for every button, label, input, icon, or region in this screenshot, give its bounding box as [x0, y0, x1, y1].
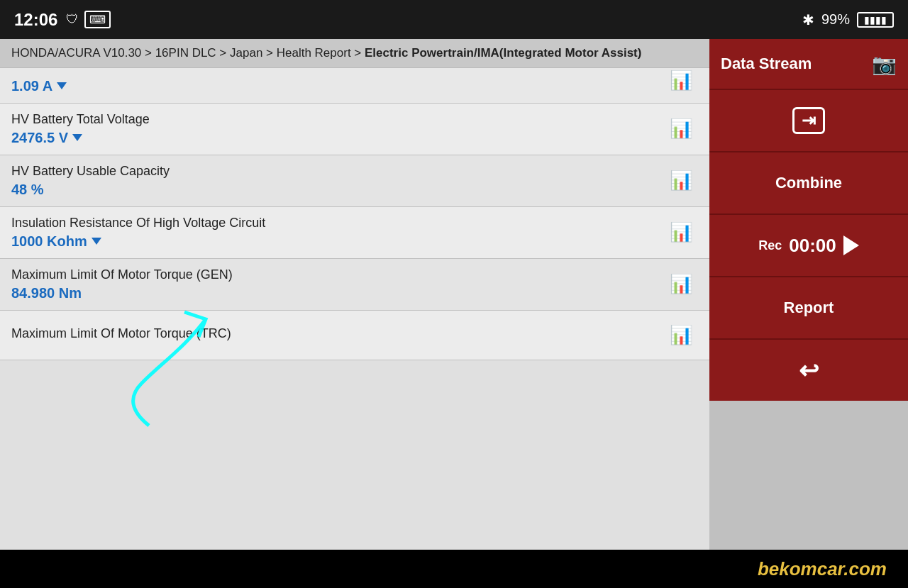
- item-value-partial: 1.09 A: [11, 78, 664, 94]
- item-name: Insulation Resistance Of High Voltage Ci…: [11, 216, 664, 231]
- export-icon: ⇥: [792, 107, 825, 134]
- back-button[interactable]: ↩: [709, 338, 908, 401]
- chart-icon[interactable]: 📊: [664, 115, 698, 143]
- export-button[interactable]: ⇥: [709, 89, 908, 151]
- back-icon: ↩: [799, 356, 819, 384]
- dropdown-arrow-icon[interactable]: [72, 134, 82, 141]
- status-time: 12:06: [14, 10, 57, 30]
- chart-icon[interactable]: 📊: [664, 68, 698, 94]
- sidebar-title: Data Stream: [721, 55, 812, 73]
- item-value: 2476.5 V: [11, 130, 664, 146]
- play-icon: [843, 235, 859, 255]
- chart-icon[interactable]: 📊: [664, 321, 698, 349]
- record-button[interactable]: Rec 00:00: [709, 213, 908, 276]
- breadcrumb: HONDA/ACURA V10.30 > 16PIN DLC > Japan >…: [0, 39, 709, 68]
- item-name: HV Battery Total Voltage: [11, 112, 664, 127]
- list-item: Maximum Limit Of Motor Torque (GEN) 84.9…: [0, 259, 709, 311]
- chart-icon[interactable]: 📊: [664, 218, 698, 246]
- record-label: Rec: [758, 238, 782, 253]
- status-icons: 🛡 ⌨: [66, 11, 111, 28]
- watermark-suffix: car.com: [817, 558, 887, 579]
- item-value: 48 %: [11, 182, 664, 198]
- chart-icon[interactable]: 📊: [664, 167, 698, 194]
- item-value: 1000 Kohm: [11, 233, 664, 250]
- main-content: HONDA/ACURA V10.30 > 16PIN DLC > Japan >…: [0, 39, 709, 550]
- bluetooth-icon: ✱: [802, 11, 814, 28]
- battery-icon: ▮▮▮▮: [857, 12, 894, 28]
- list-item: Insulation Resistance Of High Voltage Ci…: [0, 207, 709, 259]
- dropdown-arrow-icon[interactable]: [57, 82, 67, 89]
- record-time: 00:00: [789, 235, 836, 257]
- item-value: 84.980 Nm: [11, 285, 664, 301]
- report-label: Report: [784, 299, 834, 317]
- dropdown-arrow-icon[interactable]: [92, 238, 101, 245]
- item-name: Maximum Limit Of Motor Torque (TRC): [11, 326, 664, 341]
- list-item: HV Battery Total Voltage 2476.5 V 📊: [0, 104, 709, 155]
- chart-icon[interactable]: 📊: [664, 270, 698, 298]
- combine-label: Combine: [775, 174, 842, 192]
- list-item: Maximum Limit Of Motor Torque (TRC) 📊: [0, 311, 709, 360]
- sidebar-header: Data Stream 📷: [709, 39, 908, 89]
- breadcrumb-bold: Electric Powertrain/IMA(Integrated Motor…: [365, 46, 641, 60]
- list-item-partial: 1.09 A 📊: [0, 68, 709, 104]
- bottom-bar: bekomcar.com: [0, 550, 908, 588]
- watermark-prefix: bekom: [758, 558, 817, 579]
- camera-button[interactable]: 📷: [872, 52, 897, 76]
- item-name: Maximum Limit Of Motor Torque (GEN): [11, 267, 664, 282]
- battery-percent: 99%: [821, 11, 850, 28]
- shield-icon: 🛡: [66, 12, 79, 27]
- report-button[interactable]: Report: [709, 276, 908, 338]
- sidebar: Data Stream 📷 ⇥ Combine Rec 00:00 Report: [709, 39, 908, 550]
- data-list: 1.09 A 📊 HV Battery Total Voltage 2476.5…: [0, 68, 709, 550]
- item-name: HV Battery Usable Capacity: [11, 164, 664, 179]
- main-screen: HONDA/ACURA V10.30 > 16PIN DLC > Japan >…: [0, 39, 908, 550]
- record-row: Rec 00:00: [758, 235, 859, 257]
- status-bar: 12:06 🛡 ⌨ ✱ 99% ▮▮▮▮: [0, 0, 908, 39]
- watermark: bekomcar.com: [758, 558, 887, 580]
- keyboard-icon: ⌨: [84, 11, 111, 28]
- combine-button[interactable]: Combine: [709, 151, 908, 213]
- list-item: HV Battery Usable Capacity 48 % 📊: [0, 155, 709, 207]
- breadcrumb-path: HONDA/ACURA V10.30 > 16PIN DLC > Japan >…: [11, 46, 365, 60]
- status-right: ✱ 99% ▮▮▮▮: [802, 11, 894, 28]
